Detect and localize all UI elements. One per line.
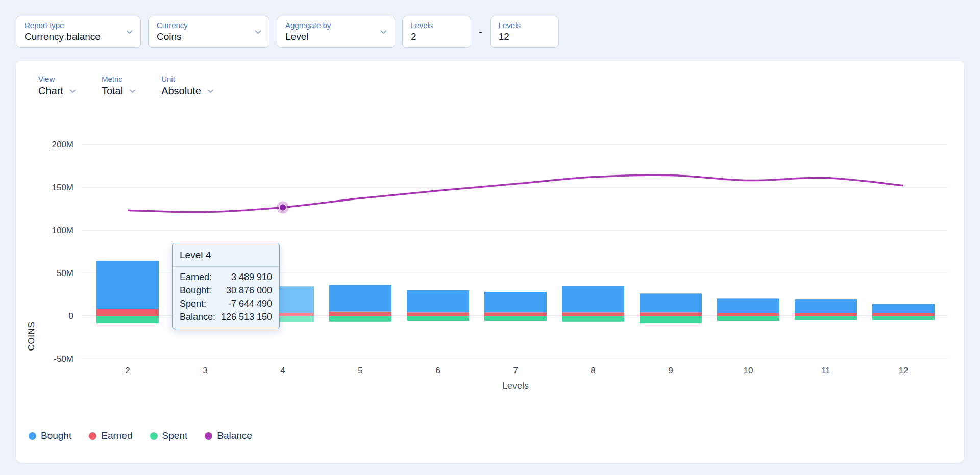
- balance-point-icon[interactable]: [279, 204, 286, 211]
- levels-range-separator: -: [479, 26, 482, 38]
- bar-earned[interactable]: [872, 313, 935, 316]
- tooltip-rows: Earned:3 489 910Bought:30 876 000Spent:-…: [180, 272, 272, 322]
- filter-bar: Report type Currency balance Currency Co…: [16, 16, 964, 48]
- bar-spent[interactable]: [562, 316, 624, 322]
- bar-spent[interactable]: [795, 316, 857, 320]
- bought-legend-dot-icon: [29, 432, 36, 440]
- levels-min-label: Levels: [411, 21, 457, 31]
- bar-earned[interactable]: [640, 312, 702, 316]
- bar-spent[interactable]: [329, 316, 391, 322]
- bar-earned[interactable]: [407, 312, 469, 316]
- y-tick-label: 200M: [52, 140, 74, 149]
- bar-bought[interactable]: [562, 286, 624, 312]
- tooltip-title: Level 4: [180, 249, 272, 261]
- y-tick-label: -50M: [54, 354, 74, 364]
- bar-bought[interactable]: [795, 299, 857, 313]
- balance-legend-dot-icon: [205, 432, 212, 440]
- y-tick-label: 0: [69, 311, 74, 321]
- unit-dropdown[interactable]: Unit Absolute: [161, 74, 215, 97]
- legend-item-bought[interactable]: Bought: [29, 430, 71, 441]
- chevron-down-icon: [254, 28, 262, 36]
- currency-value: Coins: [157, 31, 188, 43]
- bar-spent[interactable]: [407, 316, 469, 321]
- bar-bought[interactable]: [96, 261, 159, 309]
- earned-legend-dot-icon: [89, 432, 96, 440]
- tooltip-row-value: -7 644 490: [219, 298, 272, 309]
- y-tick-label: 50M: [57, 268, 74, 278]
- view-value: Chart: [38, 84, 63, 97]
- report-type-dropdown[interactable]: Report type Currency balance: [16, 16, 141, 48]
- x-tick-label: 11: [821, 366, 830, 376]
- chart-legend: BoughtEarnedSpentBalance: [29, 430, 252, 441]
- page: Report type Currency balance Currency Co…: [16, 16, 964, 463]
- y-tick-label: 150M: [52, 183, 74, 192]
- bar-spent[interactable]: [96, 316, 159, 323]
- levels-max-input[interactable]: [499, 31, 545, 43]
- x-tick-label: 8: [591, 366, 595, 376]
- chevron-down-icon: [125, 28, 134, 36]
- x-tick-label: 4: [280, 366, 285, 376]
- view-dropdown[interactable]: View Chart: [38, 74, 77, 97]
- legend-item-earned[interactable]: Earned: [89, 430, 132, 441]
- legend-label: Balance: [217, 430, 252, 441]
- x-tick-label: 10: [744, 366, 753, 376]
- levels-max-field[interactable]: Levels: [490, 16, 559, 48]
- metric-dropdown[interactable]: Metric Total: [102, 74, 137, 97]
- tooltip-row-value: 126 513 150: [219, 312, 272, 322]
- x-tick-label: 6: [435, 366, 440, 376]
- bar-earned[interactable]: [562, 312, 624, 316]
- bar-earned[interactable]: [795, 313, 857, 316]
- bar-spent[interactable]: [484, 316, 547, 321]
- levels-min-field[interactable]: Levels: [402, 16, 471, 48]
- tooltip-row-label: Earned:: [180, 272, 219, 283]
- tooltip-row-label: Spent:: [180, 298, 219, 309]
- bar-spent[interactable]: [872, 316, 935, 320]
- report-type-label: Report type: [24, 21, 101, 31]
- bar-earned[interactable]: [96, 309, 159, 316]
- chart-svg[interactable]: 200M150M100M50M0-50M23456789101112Levels…: [16, 112, 964, 397]
- bar-earned[interactable]: [484, 312, 547, 316]
- tooltip-row-label: Bought:: [180, 285, 219, 296]
- x-tick-label: 12: [899, 366, 909, 376]
- bar-bought[interactable]: [407, 290, 469, 313]
- legend-label: Spent: [162, 430, 188, 441]
- chevron-down-icon: [68, 87, 77, 95]
- currency-dropdown[interactable]: Currency Coins: [148, 16, 270, 48]
- aggregate-by-value: Level: [285, 31, 331, 43]
- bar-spent[interactable]: [640, 316, 702, 323]
- legend-item-balance[interactable]: Balance: [205, 430, 252, 441]
- aggregate-by-label: Aggregate by: [285, 21, 331, 31]
- view-label: View: [38, 74, 63, 84]
- x-tick-label: 9: [668, 366, 673, 376]
- metric-value: Total: [102, 84, 123, 97]
- report-type-value: Currency balance: [24, 31, 101, 43]
- x-tick-label: 3: [203, 366, 207, 376]
- chevron-down-icon: [379, 28, 388, 36]
- unit-label: Unit: [161, 74, 201, 84]
- tooltip-divider: [173, 266, 279, 267]
- bar-bought[interactable]: [717, 298, 779, 313]
- balance-line[interactable]: [128, 175, 903, 212]
- legend-label: Bought: [41, 430, 71, 441]
- bar-earned[interactable]: [717, 313, 779, 316]
- tooltip-row-label: Balance:: [180, 312, 219, 322]
- unit-value: Absolute: [161, 84, 201, 97]
- levels-min-input[interactable]: [411, 31, 457, 43]
- legend-item-spent[interactable]: Spent: [150, 430, 188, 441]
- bar-bought[interactable]: [329, 285, 391, 312]
- chart-controls: View Chart Metric Total Unit: [16, 61, 964, 97]
- bar-bought[interactable]: [872, 304, 935, 313]
- tooltip-row-value: 3 489 910: [219, 272, 272, 283]
- aggregate-by-dropdown[interactable]: Aggregate by Level: [277, 16, 395, 48]
- x-tick-label: 2: [125, 366, 130, 376]
- bar-bought[interactable]: [640, 293, 702, 312]
- bar-spent[interactable]: [717, 316, 779, 321]
- chevron-down-icon: [128, 87, 137, 95]
- bar-earned[interactable]: [329, 312, 391, 316]
- chevron-down-icon: [206, 87, 215, 95]
- chart-card: View Chart Metric Total Unit: [16, 61, 964, 463]
- x-tick-label: 5: [358, 366, 362, 376]
- legend-label: Earned: [101, 430, 132, 441]
- x-axis-title: Levels: [502, 381, 529, 391]
- bar-bought[interactable]: [484, 292, 547, 312]
